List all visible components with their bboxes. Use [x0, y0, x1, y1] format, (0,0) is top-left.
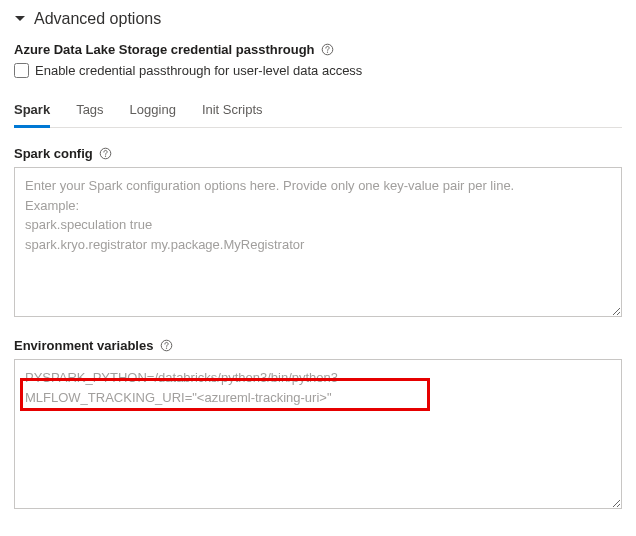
help-icon[interactable]	[321, 43, 335, 57]
env-vars-block: Environment variables	[14, 338, 622, 512]
collapse-down-icon	[14, 13, 26, 25]
tabs: Spark Tags Logging Init Scripts	[14, 96, 622, 128]
svg-point-1	[327, 52, 328, 53]
env-vars-wrap	[14, 359, 622, 512]
tab-tags[interactable]: Tags	[76, 96, 103, 128]
env-vars-label-row: Environment variables	[14, 338, 622, 353]
passthrough-title: Azure Data Lake Storage credential passt…	[14, 42, 315, 57]
tab-logging[interactable]: Logging	[130, 96, 176, 128]
svg-point-5	[166, 348, 167, 349]
spark-config-label-row: Spark config	[14, 146, 622, 161]
section-title: Advanced options	[34, 10, 161, 28]
help-icon[interactable]	[159, 339, 173, 353]
spark-config-textarea[interactable]	[14, 167, 622, 317]
tab-spark[interactable]: Spark	[14, 96, 50, 128]
tab-init-scripts[interactable]: Init Scripts	[202, 96, 263, 128]
env-vars-textarea[interactable]	[14, 359, 622, 509]
help-icon[interactable]	[99, 147, 113, 161]
passthrough-title-row: Azure Data Lake Storage credential passt…	[14, 42, 622, 57]
env-vars-label: Environment variables	[14, 338, 153, 353]
passthrough-checkbox[interactable]	[14, 63, 29, 78]
spark-config-block: Spark config	[14, 146, 622, 320]
svg-point-3	[105, 156, 106, 157]
advanced-options-header[interactable]: Advanced options	[14, 10, 622, 28]
passthrough-checkbox-label[interactable]: Enable credential passthrough for user-l…	[35, 63, 362, 78]
passthrough-checkbox-row: Enable credential passthrough for user-l…	[14, 63, 622, 78]
spark-config-label: Spark config	[14, 146, 93, 161]
